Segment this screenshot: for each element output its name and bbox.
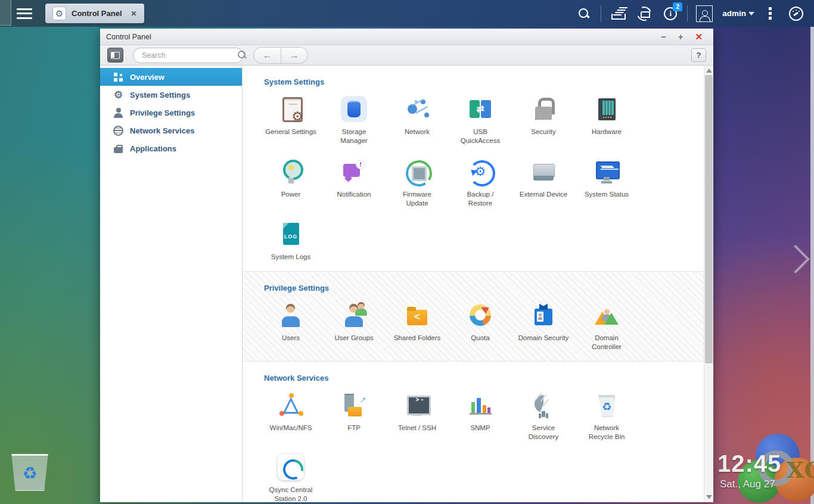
scroll-down-arrow[interactable]	[706, 495, 712, 499]
search-input[interactable]	[142, 51, 238, 60]
sidebar-item-system-settings[interactable]: ⚙ System Settings	[100, 86, 242, 104]
taskbar-divider	[601, 5, 601, 22]
system-logs-icon: LOG	[278, 221, 304, 247]
tile-shared-folders[interactable]: < Shared Folders	[386, 302, 449, 351]
tile-users[interactable]: Users	[259, 302, 322, 351]
tile-win-mac-nfs[interactable]: △ Win/Mac/NFS	[259, 392, 322, 441]
next-page-chevron-icon[interactable]	[781, 245, 810, 273]
backup-restore-icon: ⚙	[467, 158, 493, 185]
tile-external-device[interactable]: External Device	[512, 158, 575, 208]
tile-security[interactable]: Security	[512, 96, 575, 145]
window-titlebar[interactable]: Control Panel − + ✕	[100, 29, 713, 45]
tile-backup-restore[interactable]: ⚙ Backup / Restore	[449, 158, 512, 208]
dashboard-gauge-icon	[789, 7, 803, 21]
network-recycle-bin-icon: ♻	[594, 392, 620, 418]
section: System Settings General Settings Storage…	[243, 66, 704, 271]
more-options-icon	[769, 7, 772, 20]
window-title: Control Panel	[106, 33, 151, 41]
power-icon	[278, 158, 304, 185]
privilege-settings-icon	[113, 108, 123, 118]
device-sync-icon	[637, 7, 651, 21]
tile-network-recycle-bin[interactable]: ♻ Network Recycle Bin	[575, 392, 638, 441]
tile-power[interactable]: Power	[259, 158, 322, 208]
tab-close-icon[interactable]: ✕	[131, 10, 137, 18]
tile-system-logs[interactable]: LOG System Logs	[259, 221, 322, 262]
top-taskbar: ⚙ Control Panel ✕ i 2 admin	[0, 0, 814, 27]
section-tiles: General Settings Storage Manager Network…	[259, 89, 653, 267]
dashboard-button[interactable]	[783, 0, 809, 27]
section-title: System Settings	[259, 66, 704, 89]
help-button[interactable]: ?	[691, 48, 706, 62]
tile-usb-quickaccess[interactable]: ⇄ USB QuickAccess	[449, 96, 512, 145]
search-icon	[238, 51, 247, 60]
tile-service-discovery[interactable]: Service Discovery	[512, 392, 575, 441]
vertical-scrollbar[interactable]	[704, 66, 713, 502]
back-button[interactable]: ←	[254, 48, 281, 63]
tile-domain-security[interactable]: Domain Security	[512, 302, 575, 351]
users-icon	[278, 302, 304, 328]
tile-network[interactable]: Network	[386, 96, 449, 145]
tile-hardware[interactable]: Hardware	[575, 96, 638, 145]
minimize-button[interactable]: −	[661, 32, 666, 41]
tile-snmp[interactable]: SNMP	[449, 392, 512, 441]
sidebar-item-applications[interactable]: Applications	[100, 139, 242, 157]
snmp-icon	[467, 392, 493, 418]
sidebar-item-network-services[interactable]: Network Services	[100, 122, 242, 139]
tile-storage-manager[interactable]: Storage Manager	[322, 96, 386, 145]
search-icon	[579, 8, 589, 19]
taskbar-tab-control-panel[interactable]: ⚙ Control Panel ✕	[45, 4, 144, 23]
tile-system-status[interactable]: System Status	[575, 158, 638, 208]
tile-firmware-update[interactable]: Firmware Update	[386, 158, 449, 208]
recycle-icon: ♻	[22, 463, 37, 483]
notifications-button[interactable]: i 2	[657, 0, 683, 27]
desktop-recycle-bin[interactable]: ♻	[11, 454, 49, 491]
external-device-sync-button[interactable]	[631, 0, 657, 27]
tile-domain-controller[interactable]: Domain Controller	[575, 302, 638, 351]
tile-ftp[interactable]: FTP	[322, 392, 386, 441]
service-discovery-icon	[530, 392, 557, 418]
clock-date: Sat., Aug 27	[720, 478, 781, 490]
sidebar-item-privilege-settings[interactable]: Privilege Settings	[100, 104, 242, 122]
window-toolbar: ← → ?	[100, 45, 713, 66]
scrollbar-thumb[interactable]	[705, 75, 713, 363]
tab-label: Control Panel	[72, 9, 122, 18]
section: Network Services △ Win/Mac/NFS FTP >- Te…	[243, 362, 704, 502]
watermark-label: XG	[787, 456, 814, 483]
storage-manager-icon	[341, 96, 367, 122]
background-tasks-button[interactable]	[605, 0, 631, 27]
username-label[interactable]: admin	[722, 9, 746, 18]
search-box[interactable]	[133, 48, 244, 63]
system-settings-icon: ⚙	[113, 90, 123, 100]
security-icon	[530, 96, 557, 122]
close-button[interactable]: ✕	[695, 32, 703, 41]
section-title: Network Services	[259, 362, 704, 385]
tile-user-groups[interactable]: User Groups	[322, 302, 386, 351]
tile-notification[interactable]: ! Notification	[322, 158, 386, 208]
tile-qsync[interactable]: Qsync Central Station 2.0	[259, 454, 322, 502]
section-tiles: △ Win/Mac/NFS FTP >- Telnet / SSH SNMP S…	[259, 385, 653, 502]
search-button[interactable]	[571, 0, 597, 27]
user-avatar[interactable]	[691, 0, 717, 27]
tile-telnet-ssh[interactable]: >- Telnet / SSH	[386, 392, 449, 441]
main-menu-button[interactable]	[17, 8, 32, 19]
more-options-button[interactable]	[757, 0, 783, 27]
section: Privilege Settings Users User Groups < S…	[243, 271, 704, 362]
hardware-icon	[594, 96, 620, 122]
section-tiles: Users User Groups < Shared Folders Quota…	[259, 295, 653, 357]
maximize-button[interactable]: +	[678, 32, 683, 41]
quota-icon	[467, 302, 493, 328]
win-mac-nfs-icon: △	[278, 392, 304, 418]
sidebar-item-overview[interactable]: Overview	[100, 68, 242, 86]
forward-button[interactable]: →	[281, 48, 307, 63]
tile-quota[interactable]: Quota	[449, 302, 512, 351]
gear-icon: ⚙	[52, 7, 66, 20]
overview-icon	[113, 72, 123, 82]
background-tasks-icon	[611, 8, 625, 20]
external-device-icon	[530, 158, 557, 185]
telnet-ssh-icon: >-	[404, 392, 430, 418]
scroll-up-arrow[interactable]	[706, 69, 712, 73]
sidebar-toggle-button[interactable]	[107, 48, 123, 63]
tile-general-settings[interactable]: General Settings	[259, 96, 322, 145]
chevron-down-icon[interactable]	[748, 12, 754, 15]
user-icon	[700, 14, 709, 21]
